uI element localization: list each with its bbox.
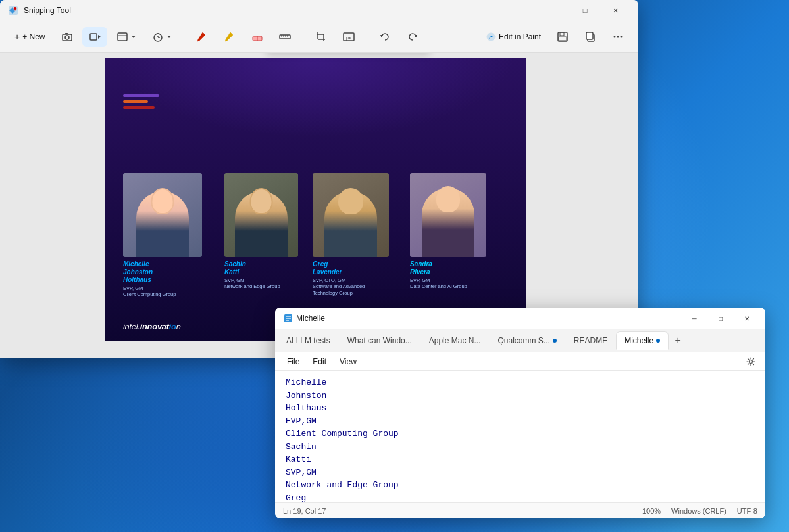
red-pen-icon xyxy=(196,31,208,43)
new-icon: + xyxy=(14,32,20,42)
speaker-3-name: GregLavender xyxy=(313,260,405,276)
deco-bar-red xyxy=(123,106,155,109)
tab-what-can-windows-label: What can Windo... xyxy=(347,336,412,345)
cursor-position: Ln 19, Col 17 xyxy=(283,507,326,515)
add-tab-button[interactable]: + xyxy=(669,331,687,350)
speaker-1-photo xyxy=(123,173,202,257)
notepad-statusbar: Ln 19, Col 17 100% Windows (CRLF) UTF-8 xyxy=(275,502,765,518)
svg-point-36 xyxy=(614,36,616,37)
pixel-ruler-icon: px xyxy=(343,31,355,43)
deco-bar-orange xyxy=(123,100,148,103)
red-pen-button[interactable] xyxy=(190,27,215,47)
record-button[interactable] xyxy=(82,27,107,47)
yellow-pen-button[interactable] xyxy=(217,27,242,47)
snip-image-container: Copy all text Quick redact ⌄ xyxy=(105,58,526,341)
speaker-1-face xyxy=(151,188,174,214)
deco-bar-purple xyxy=(123,94,159,97)
svg-marker-9 xyxy=(132,36,136,38)
view-menu[interactable]: View xyxy=(333,354,363,369)
notepad-icon xyxy=(283,313,293,324)
window-dropdown-button[interactable] xyxy=(110,27,143,47)
ruler-button[interactable] xyxy=(272,27,297,47)
edit-in-paint-button[interactable]: Edit in Paint xyxy=(479,28,547,46)
record-icon xyxy=(89,31,101,43)
notepad-minimize-button[interactable]: ─ xyxy=(681,309,707,327)
notepad-window-controls: ─ □ ✕ xyxy=(681,309,760,327)
save-button[interactable] xyxy=(550,27,575,47)
tab-readme-label: README xyxy=(574,336,607,345)
svg-marker-29 xyxy=(415,35,417,37)
minimize-button[interactable]: ─ xyxy=(540,0,570,21)
speaker-4-title: EVP, GMData Center and AI Group xyxy=(410,278,502,291)
file-menu[interactable]: File xyxy=(280,354,306,369)
tab-qualcomm-modified-dot xyxy=(553,339,557,343)
pixel-ruler-button[interactable]: px xyxy=(336,27,361,47)
speaker-4: SandraRivera EVP, GMData Center and AI G… xyxy=(410,173,502,291)
svg-point-37 xyxy=(617,36,619,37)
notepad-titlebar: Michelle ─ □ ✕ xyxy=(275,308,765,329)
status-right: 100% Windows (CRLF) UTF-8 xyxy=(642,507,757,515)
timer-dropdown-icon xyxy=(166,34,172,39)
settings-button[interactable] xyxy=(742,352,760,371)
crop-button[interactable] xyxy=(309,27,334,47)
undo-button[interactable] xyxy=(372,27,397,47)
deco-bars-left xyxy=(123,94,159,109)
speaker-2-photo xyxy=(224,173,298,257)
svg-point-49 xyxy=(750,360,753,363)
svg-rect-4 xyxy=(65,33,68,34)
speaker-1-name: MichelleJohnstonHolthaus xyxy=(123,260,219,284)
notepad-maximize-button[interactable]: □ xyxy=(707,309,734,327)
speaker-2-title: SVP, GMNetwork and Edge Group xyxy=(224,278,307,291)
speaker-4-face xyxy=(436,186,460,212)
zoom-level: 100% xyxy=(642,507,661,515)
tab-readme[interactable]: README xyxy=(565,331,616,350)
snipping-tool-icon xyxy=(8,5,18,16)
eraser-button[interactable] xyxy=(245,27,270,47)
speaker-2-face xyxy=(250,188,273,214)
tab-qualcomm[interactable]: Qualcomm S... xyxy=(489,331,565,350)
edit-in-paint-label: Edit in Paint xyxy=(499,32,541,41)
toolbar-right-section: Edit in Paint xyxy=(479,27,630,47)
encoding: UTF-8 xyxy=(737,507,757,515)
tab-apple-mac[interactable]: Apple Mac N... xyxy=(420,331,490,350)
notepad-close-button[interactable]: ✕ xyxy=(734,309,760,327)
tab-apple-mac-label: Apple Mac N... xyxy=(429,336,481,345)
paint-icon xyxy=(486,32,496,42)
timer-button[interactable] xyxy=(145,27,178,47)
edit-menu[interactable]: Edit xyxy=(306,354,333,369)
notepad-text: Michelle Johnston Holthaus EVP,GM Client… xyxy=(286,376,755,502)
svg-rect-35 xyxy=(586,32,593,39)
snipping-tool-titlebar: Snipping Tool ─ □ ✕ xyxy=(0,0,638,21)
svg-marker-28 xyxy=(380,35,383,37)
svg-rect-17 xyxy=(280,35,290,39)
crop-icon xyxy=(315,31,327,43)
new-label: + New xyxy=(22,32,45,41)
redo-button[interactable] xyxy=(400,27,425,47)
maximize-button[interactable]: □ xyxy=(570,0,600,21)
speaker-3-title: SVP, CTO, GMSoftware and AdvancedTechnol… xyxy=(313,278,405,297)
tab-ai-llm-tests[interactable]: AI LLM tests xyxy=(278,331,339,350)
tab-michelle-modified-dot xyxy=(656,339,660,343)
snipping-tool-window: Snipping Tool ─ □ ✕ + + New xyxy=(0,0,638,358)
new-button[interactable]: + + New xyxy=(8,28,52,46)
speaker-3-face xyxy=(338,188,363,214)
more-icon xyxy=(612,31,624,43)
speakers-section: MichelleJohnstonHolthaus EVP, GMClient C… xyxy=(123,173,513,299)
snip-image: MichelleJohnstonHolthaus EVP, GMClient C… xyxy=(105,58,526,341)
speaker-4-photo xyxy=(410,173,486,257)
tab-what-can-windows[interactable]: What can Windo... xyxy=(339,331,420,350)
settings-icon xyxy=(746,357,755,366)
tab-michelle[interactable]: Michelle xyxy=(616,331,669,350)
notepad-content[interactable]: Michelle Johnston Holthaus EVP,GM Client… xyxy=(275,371,765,502)
toolbar-separator-1 xyxy=(184,28,184,46)
svg-marker-6 xyxy=(98,35,101,39)
close-button[interactable]: ✕ xyxy=(600,0,630,21)
yellow-pen-icon xyxy=(224,31,236,43)
speaker-1: MichelleJohnstonHolthaus EVP, GMClient C… xyxy=(123,173,219,299)
copy-image-button[interactable] xyxy=(578,27,603,47)
notepad-title: Michelle xyxy=(296,314,681,323)
more-options-button[interactable] xyxy=(605,27,630,47)
snipping-tool-window-controls: ─ □ ✕ xyxy=(540,0,630,21)
speaker-2: SachinKatti SVP, GMNetwork and Edge Grou… xyxy=(224,173,307,291)
screenshot-button[interactable] xyxy=(55,27,80,47)
